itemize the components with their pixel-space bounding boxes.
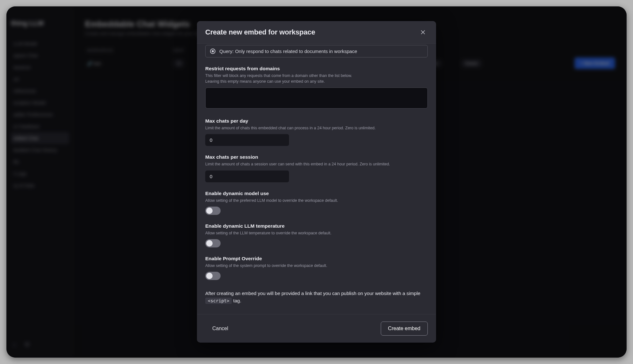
modal-overlay: Create new embed for workspace Query: On… [6,6,627,358]
chat-mode-label: Query: Only respond to chats related to … [219,49,357,54]
domains-help: This filter will block any requests that… [205,73,428,84]
close-button[interactable] [418,27,428,37]
modal-header: Create new embed for workspace [197,21,436,44]
promptov-toggle[interactable] [205,272,221,280]
script-tag-code: <script> [205,298,232,304]
field-max-chats-session: Max chats per session Limit the amount o… [205,154,428,182]
maxsession-help: Limit the amount of chats a session user… [205,161,428,167]
field-max-chats-day: Max chats per day Limit the amount of ch… [205,118,428,146]
maxday-help: Limit the amount of chats this embedded … [205,125,428,131]
dyntemp-toggle[interactable] [205,239,221,247]
field-prompt-override: Enable Prompt Override Allow setting of … [205,256,428,280]
cancel-button[interactable]: Cancel [205,322,235,335]
maxday-input[interactable] [205,134,289,146]
promptov-label: Enable Prompt Override [205,256,428,262]
radio-selected-icon [210,49,215,54]
dyntemp-label: Enable dynamic LLM temperature [205,223,428,229]
maxsession-input[interactable] [205,171,289,182]
create-embed-modal: Create new embed for workspace Query: On… [197,21,436,343]
field-dynamic-model: Enable dynamic model use Allow setting o… [205,191,428,215]
maxday-label: Max chats per day [205,118,428,124]
field-dynamic-temperature: Enable dynamic LLM temperature Allow set… [205,223,428,247]
create-embed-button[interactable]: Create embed [381,322,428,336]
maxsession-label: Max chats per session [205,154,428,160]
close-icon [420,29,426,35]
dynmodel-toggle[interactable] [205,207,221,215]
domains-label: Restrict requests from domains [205,66,428,72]
dynmodel-help: Allow setting of the preferred LLM model… [205,198,428,203]
dyntemp-help: Allow setting of the LLM temperature to … [205,230,428,236]
domains-input[interactable] [205,87,428,109]
promptov-help: Allow setting of the system prompt to ov… [205,263,428,269]
toggle-knob [206,240,213,246]
modal-footer: Cancel Create embed [197,314,436,343]
field-restrict-domains: Restrict requests from domains This filt… [205,66,428,110]
modal-body: Query: Only respond to chats related to … [197,44,436,314]
modal-title: Create new embed for workspace [205,28,315,36]
embed-footnote: After creating an embed you will be prov… [205,290,428,311]
dynmodel-label: Enable dynamic model use [205,191,428,196]
toggle-knob [206,208,213,214]
chat-mode-option-query[interactable]: Query: Only respond to chats related to … [205,45,428,57]
toggle-knob [206,273,213,279]
